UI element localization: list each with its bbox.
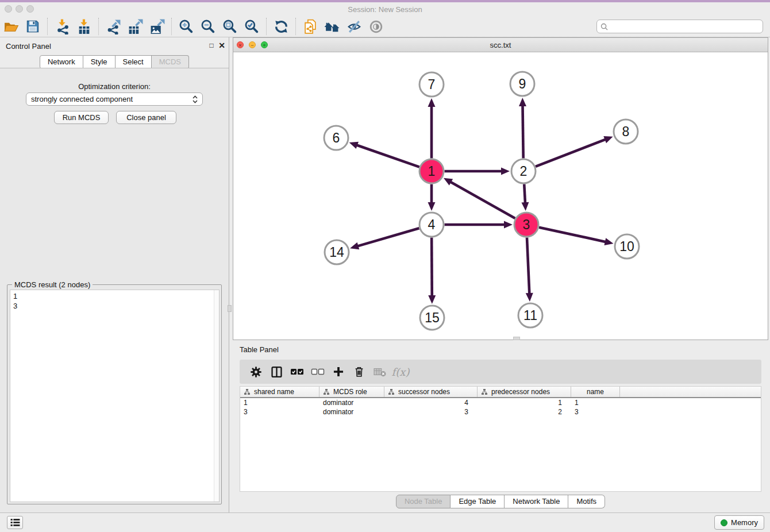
column-header-label: MCDS role: [333, 388, 367, 396]
column-header-predecessor-nodes[interactable]: predecessor nodes: [478, 387, 571, 397]
tab-edge-table[interactable]: Edge Table: [451, 495, 505, 508]
graph-node-label: 9: [519, 76, 526, 91]
zoom-out-icon: [201, 19, 216, 34]
select-stepper-icon: [192, 95, 198, 103]
node-table: shared nameMCDS rolesuccessor nodesprede…: [240, 386, 761, 492]
edge-1-6[interactable]: [356, 145, 419, 167]
criterion-select[interactable]: strongly connected component: [26, 92, 203, 106]
hide-graphics-button[interactable]: [343, 17, 365, 36]
table-cell[interactable]: dominator: [319, 407, 384, 417]
edge-3-10[interactable]: [539, 228, 606, 242]
edge-arrowhead: [501, 168, 510, 175]
delete-column-button[interactable]: [349, 361, 369, 382]
zoom-fit-button[interactable]: [219, 17, 241, 36]
close-panel-icon[interactable]: ✕: [217, 41, 226, 50]
mcds-result-text[interactable]: 13: [10, 290, 220, 502]
table-cell[interactable]: 3: [384, 407, 478, 417]
memory-button[interactable]: Memory: [714, 515, 764, 530]
optimization-criterion-label: Optimization criterion:: [0, 82, 229, 91]
checked-boxes-icon: [290, 367, 304, 377]
mcds-result-group: MCDS result (2 nodes) 13: [7, 284, 222, 504]
share-document-button[interactable]: [299, 17, 321, 36]
table-settings-button[interactable]: [245, 361, 266, 382]
table-row[interactable]: 3dominator323: [240, 407, 761, 417]
horizontal-splitter-handle[interactable]: [513, 337, 520, 340]
delete-table-icon: [373, 366, 387, 377]
import-network-icon: [55, 19, 70, 34]
zoom-out-button[interactable]: [197, 17, 219, 36]
import-table-button[interactable]: [73, 17, 95, 36]
tab-mcds[interactable]: MCDS: [152, 55, 189, 69]
export-network-button[interactable]: [102, 17, 124, 36]
table-cell[interactable]: 2: [478, 407, 571, 417]
task-list-icon: [10, 518, 21, 527]
table-row[interactable]: 1dominator411: [240, 398, 761, 407]
unselect-all-columns-button[interactable]: [307, 361, 328, 382]
tab-motifs[interactable]: Motifs: [568, 495, 605, 508]
tab-select[interactable]: Select: [116, 55, 152, 69]
edge-4-14[interactable]: [357, 228, 419, 246]
open-session-button[interactable]: [0, 17, 22, 36]
show-graphics-button[interactable]: [365, 17, 387, 36]
home-button[interactable]: [321, 17, 343, 36]
zoom-selected-button[interactable]: [241, 17, 263, 36]
table-cell[interactable]: 1: [478, 398, 571, 407]
search-box[interactable]: [596, 20, 763, 33]
memory-status-icon: [721, 519, 727, 526]
graph-node-label: 10: [619, 239, 634, 254]
unchecked-boxes-icon: [311, 367, 325, 377]
column-header-name[interactable]: name: [571, 387, 620, 397]
trash-icon: [353, 365, 365, 378]
application-window: Session: New Session: [0, 0, 770, 532]
toolbar-separator: [266, 18, 267, 35]
zoom-in-button[interactable]: [175, 17, 197, 36]
network-window-titlebar[interactable]: × − + scc.txt: [233, 38, 768, 52]
edge-4-15[interactable]: [432, 237, 432, 296]
task-history-button[interactable]: [7, 516, 23, 529]
export-image-button[interactable]: [146, 17, 168, 36]
column-header-successor-nodes[interactable]: successor nodes: [384, 387, 478, 397]
tab-node-table[interactable]: Node Table: [396, 495, 451, 508]
close-panel-button[interactable]: Close panel: [116, 111, 176, 124]
import-network-button[interactable]: [51, 17, 73, 36]
search-input[interactable]: [611, 22, 759, 30]
edge-arrowhead: [603, 136, 613, 143]
edge-3-11[interactable]: [527, 237, 529, 294]
tab-network[interactable]: Network: [40, 55, 83, 69]
refresh-view-button[interactable]: [270, 17, 292, 36]
column-header-mcds-role[interactable]: MCDS role: [319, 387, 384, 397]
tab-network-table[interactable]: Network Table: [505, 495, 568, 508]
function-builder-button[interactable]: f(x): [390, 361, 411, 382]
network-window-title: scc.txt: [233, 41, 768, 49]
network-canvas[interactable]: 7968124314101511: [233, 52, 768, 340]
memory-label: Memory: [731, 518, 758, 527]
table-cell[interactable]: 4: [384, 398, 478, 407]
float-panel-icon[interactable]: □: [207, 41, 216, 50]
edge-arrowhead: [521, 202, 529, 211]
vertical-splitter-handle[interactable]: [228, 305, 232, 312]
result-scrollbar[interactable]: [214, 290, 219, 502]
table-cell[interactable]: dominator: [319, 398, 384, 407]
table-cell[interactable]: 1: [240, 398, 319, 407]
table-cell[interactable]: 1: [571, 398, 620, 407]
select-all-columns-button[interactable]: [287, 361, 307, 382]
column-type-icon: [323, 388, 330, 395]
zoom-selected-icon: [244, 19, 260, 34]
column-header-shared-name[interactable]: shared name: [240, 387, 319, 397]
table-cell[interactable]: 3: [571, 407, 620, 417]
tab-style[interactable]: Style: [83, 55, 116, 69]
column-header-label: predecessor nodes: [491, 388, 550, 396]
edge-2-9[interactable]: [522, 105, 523, 159]
table-cell[interactable]: 3: [240, 407, 319, 417]
run-mcds-button[interactable]: Run MCDS: [54, 111, 109, 124]
save-session-button[interactable]: [22, 17, 44, 36]
edge-2-8[interactable]: [536, 139, 606, 166]
export-table-button[interactable]: [124, 17, 146, 36]
graph-node-label: 1: [428, 164, 436, 179]
edge-3-1[interactable]: [450, 182, 515, 218]
edge-2-3[interactable]: [524, 184, 525, 203]
create-column-button[interactable]: [328, 361, 349, 382]
network-canvas-svg: 7968124314101511: [233, 52, 768, 340]
show-column-button[interactable]: [266, 361, 287, 382]
delete-table-button[interactable]: [369, 361, 390, 382]
